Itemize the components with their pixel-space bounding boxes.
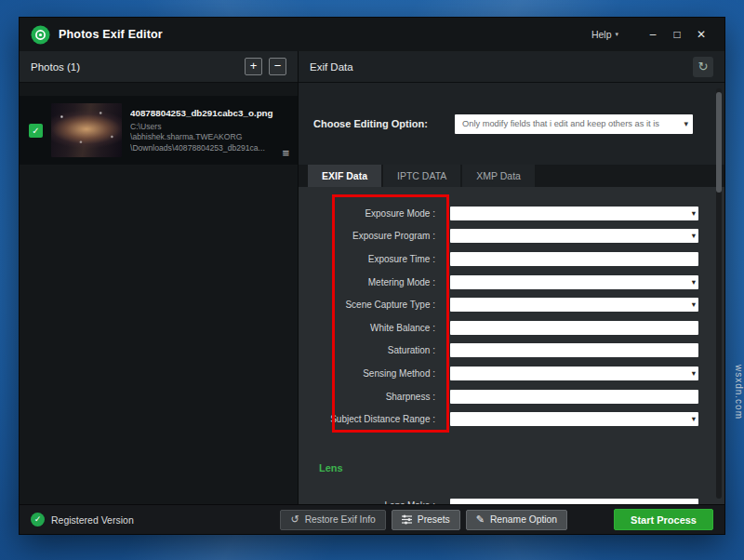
- field-input[interactable]: [450, 499, 698, 504]
- main-area: Photos (1) + − ✓ 40878804253_db291cabc3_…: [20, 51, 724, 504]
- field-label: Sensing Method :: [308, 368, 435, 379]
- presets-button[interactable]: Presets: [392, 510, 460, 530]
- restore-icon: ↺: [290, 513, 299, 526]
- field-label: Saturation :: [308, 345, 435, 355]
- lens-section-header: Lens: [319, 462, 343, 473]
- scrollbar-thumb[interactable]: [716, 92, 722, 193]
- close-button[interactable]: ✕: [689, 18, 713, 51]
- dropdown-arrow-icon: ▾: [692, 367, 696, 380]
- statusbar-buttons: ↺ Restore Exif Info: [280, 509, 713, 530]
- field-input[interactable]: ▾: [450, 321, 698, 335]
- exif-panel-header: Exif Data ↻: [299, 51, 724, 83]
- field-label: White Balance :: [308, 323, 435, 333]
- photos-panel-header: Photos (1) + −: [20, 51, 298, 83]
- minimize-button[interactable]: –: [641, 18, 665, 51]
- help-label: Help: [591, 29, 612, 40]
- field-label: Exposure Time :: [308, 254, 435, 264]
- button-label: Start Process: [631, 514, 697, 526]
- field-label: Sharpness :: [308, 392, 435, 402]
- check-icon: ✓: [29, 124, 43, 138]
- dropdown-arrow-icon: ▾: [692, 275, 696, 289]
- lens-make-row: Lens Make :: [299, 494, 724, 504]
- photo-filename: 40878804253_db291cabc3_o.png: [130, 108, 288, 118]
- remove-photo-button[interactable]: −: [269, 58, 286, 75]
- exif-field-row: White Balance : ▾: [299, 316, 724, 340]
- scrollbar[interactable]: [716, 88, 722, 499]
- refresh-icon[interactable]: ↻: [693, 57, 713, 77]
- field-label: Exposure Program :: [308, 231, 435, 241]
- exif-panel-title: Exif Data: [310, 61, 353, 73]
- start-process-button[interactable]: Start Process: [614, 509, 713, 530]
- restore-exif-button[interactable]: ↺ Restore Exif Info: [280, 510, 385, 530]
- tab[interactable]: IPTC DATA: [383, 165, 460, 187]
- exif-fields: Exposure Mode : ▾ Exposure Program :: [299, 187, 724, 431]
- dropdown-arrow-icon: ▾: [692, 207, 696, 220]
- button-label: Rename Option: [490, 514, 557, 525]
- field-label: Exposure Mode :: [308, 208, 435, 219]
- statusbar: ✓ Registered Version ↺ Restore Exif Info: [20, 504, 724, 534]
- editing-option-select[interactable]: Only modify fields that i edit and keep …: [455, 114, 693, 134]
- photo-path-line: C:\Users: [130, 122, 288, 133]
- item-menu-icon[interactable]: ≡: [282, 146, 289, 160]
- registered-label: Registered Version: [51, 514, 134, 526]
- app-logo-icon: [31, 25, 50, 45]
- field-input[interactable]: ▾: [450, 207, 698, 220]
- exif-field-row: Exposure Mode : ▾: [299, 202, 724, 225]
- exif-field-row: Scene Capture Type : ▾: [299, 293, 724, 316]
- field-input[interactable]: ▾: [450, 275, 698, 289]
- exif-field-row: Exposure Time : ▾: [299, 247, 724, 271]
- dropdown-arrow-icon: ▾: [692, 298, 696, 312]
- exif-field-row: Saturation : ▾: [299, 340, 724, 363]
- editing-option-row: Choose Editing Option: Only modify field…: [299, 83, 724, 165]
- photo-meta: 40878804253_db291cabc3_o.png C:\Users \a…: [130, 107, 288, 154]
- photo-list-item[interactable]: ✓ 40878804253_db291cabc3_o.png C:\Users …: [20, 96, 298, 165]
- field-input[interactable]: ▾: [450, 412, 698, 426]
- photos-panel: Photos (1) + − ✓ 40878804253_db291cabc3_…: [20, 51, 299, 504]
- maximize-button[interactable]: □: [665, 18, 689, 51]
- exif-field-row: Sharpness : ▾: [299, 385, 724, 408]
- exif-tabs: EXIF Data IPTC DATA XMP Data: [299, 165, 724, 187]
- rename-option-button[interactable]: ✎ Rename Option: [466, 510, 567, 530]
- photo-path-line: \Downloads\40878804253_db291ca...: [130, 143, 288, 154]
- exif-field-row: Metering Mode : ▾: [299, 271, 724, 294]
- registered-check-icon: ✓: [31, 513, 45, 527]
- field-label: Subject Distance Range :: [308, 414, 435, 424]
- field-input[interactable]: ▾: [450, 298, 698, 312]
- field-input[interactable]: ▾: [450, 252, 698, 266]
- field-input[interactable]: ▾: [450, 367, 698, 380]
- tab[interactable]: EXIF Data: [308, 165, 381, 187]
- field-label: Metering Mode :: [308, 277, 435, 287]
- chevron-down-icon: ▾: [615, 31, 618, 38]
- editing-option-value: Only modify fields that i edit and keep …: [462, 119, 659, 128]
- titlebar-right: Help ▾ – □ ✕: [591, 18, 713, 51]
- add-photo-button[interactable]: +: [245, 58, 262, 75]
- dropdown-arrow-icon: ▾: [692, 412, 696, 426]
- watermark: wsxdn.com: [734, 365, 744, 420]
- exif-content: Choose Editing Option: Only modify field…: [299, 83, 724, 504]
- exif-field-row: Exposure Program : ▾: [299, 225, 724, 248]
- exif-panel: Exif Data ↻ Choose Editing Option: Only …: [299, 51, 724, 504]
- rename-icon: ✎: [476, 513, 485, 526]
- app-window: Photos Exif Editor Help ▾ – □ ✕ Photos (…: [19, 17, 725, 535]
- field-label: Scene Capture Type :: [308, 300, 435, 310]
- exif-field-row: Subject Distance Range : ▾: [299, 407, 724, 431]
- photo-thumbnail: [51, 103, 122, 157]
- photo-checkbox[interactable]: ✓: [29, 124, 43, 138]
- titlebar: Photos Exif Editor Help ▾ – □ ✕: [20, 18, 724, 51]
- field-input[interactable]: ▾: [450, 390, 698, 404]
- help-menu[interactable]: Help ▾: [591, 29, 618, 40]
- field-input[interactable]: ▾: [450, 343, 698, 357]
- app-title: Photos Exif Editor: [59, 28, 163, 41]
- exif-form-area: Exposure Mode : ▾ Exposure Program :: [299, 187, 724, 504]
- field-label: Lens Make :: [308, 500, 435, 504]
- desktop-background: wsxdn.com Photos Exif Editor Help ▾ – □ …: [0, 0, 744, 560]
- dropdown-arrow-icon: ▾: [692, 229, 696, 243]
- photo-path-line: \abhishek.sharma.TWEAKORG: [130, 132, 288, 143]
- button-label: Presets: [418, 514, 450, 525]
- button-label: Restore Exif Info: [305, 514, 376, 525]
- tab[interactable]: XMP Data: [462, 165, 535, 187]
- photos-panel-actions: + −: [245, 58, 286, 75]
- field-input[interactable]: ▾: [450, 229, 698, 243]
- registered-version: ✓ Registered Version: [31, 513, 134, 527]
- exif-field-row: Sensing Method : ▾: [299, 362, 724, 385]
